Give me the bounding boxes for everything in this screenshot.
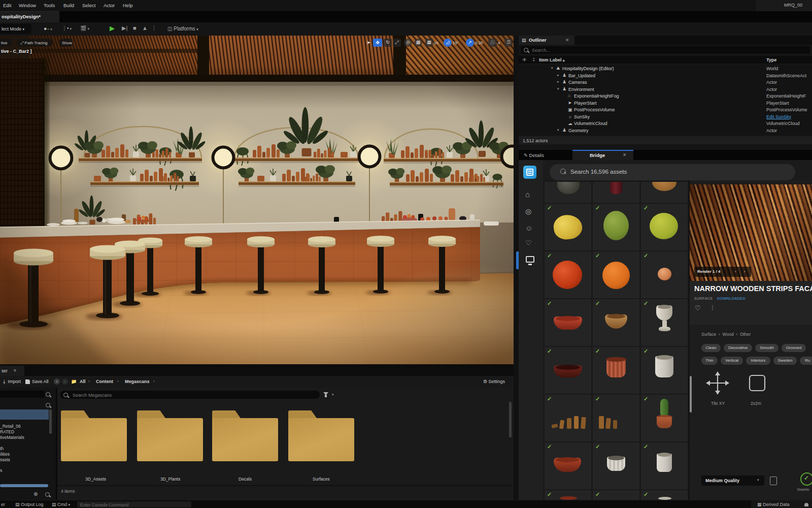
svg-text:Tile XY: Tile XY	[711, 401, 725, 406]
svg-text:2x2m: 2x2m	[751, 401, 761, 406]
